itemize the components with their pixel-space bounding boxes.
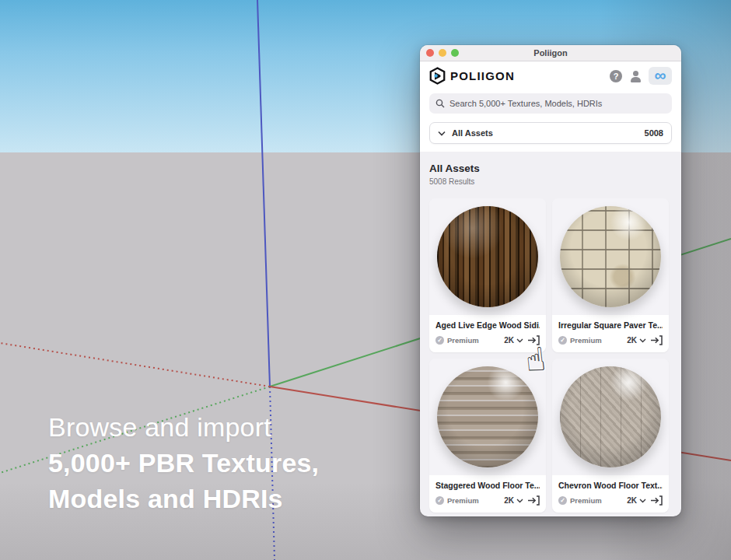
resolution-value: 2K [627, 496, 637, 505]
app-header: POLIIGON ? ∞ [420, 61, 681, 90]
resolution-value: 2K [504, 496, 514, 505]
account-icon-head [633, 71, 638, 76]
account-icon[interactable] [629, 70, 642, 82]
asset-count: 5008 [645, 128, 663, 138]
import-button[interactable] [650, 335, 663, 345]
asset-card-chevron-wood-floor[interactable]: Chevron Wood Floor Text... ✓ Premium 2K [552, 359, 669, 513]
import-button[interactable] [650, 495, 663, 506]
search-box[interactable] [429, 93, 672, 114]
asset-title: Staggered Wood Floor Te... [435, 481, 540, 490]
texture-sphere-preview [560, 206, 661, 307]
premium-check-icon: ✓ [558, 496, 567, 505]
tagline-line-3: Models and HDRIs [48, 481, 319, 516]
section-title: All Assets [429, 163, 672, 174]
premium-label: Premium [570, 496, 602, 505]
tagline-line-1: Browse and import [48, 409, 319, 445]
premium-label: Premium [447, 336, 479, 345]
texture-sphere-preview [437, 206, 538, 307]
texture-sphere-preview [560, 366, 661, 467]
chevron-down-icon [438, 131, 446, 136]
chevron-down-icon [639, 499, 646, 503]
poliigon-plugin-window: Poliigon POLIIGON ? ∞ [420, 45, 681, 516]
import-button[interactable] [527, 495, 540, 506]
pointer-hand-cursor: ☝ [524, 340, 548, 380]
chevron-down-icon [516, 499, 523, 503]
resolution-dropdown[interactable]: 2K [504, 496, 523, 505]
marketing-tagline: Browse and import 5,000+ PBR Textures, M… [48, 409, 319, 516]
resolution-dropdown[interactable]: 2K [627, 496, 646, 505]
window-title: Poliigon [420, 48, 681, 58]
premium-tier: ✓ Premium [558, 336, 602, 345]
filter-row: All Assets 5008 [420, 118, 681, 152]
asset-title: Aged Live Edge Wood Sidi... [435, 320, 540, 330]
tagline-line-2: 5,000+ PBR Textures, [48, 445, 319, 481]
premium-tier: ✓ Premium [558, 496, 602, 505]
viewport: Browse and import 5,000+ PBR Textures, M… [0, 0, 731, 560]
results-count: 5008 Results [429, 177, 672, 186]
premium-tier: ✓ Premium [435, 496, 479, 505]
search-row [420, 90, 681, 118]
premium-check-icon: ✓ [558, 336, 567, 345]
texture-sphere-preview [437, 366, 538, 467]
unlimited-plan-chip[interactable]: ∞ [649, 67, 672, 85]
asset-title: Chevron Wood Floor Text... [558, 481, 663, 490]
asset-thumbnail[interactable] [429, 198, 546, 315]
asset-card-staggered-wood-floor[interactable]: Staggered Wood Floor Te... ✓ Premium 2K [429, 359, 546, 513]
x-axis-dotted-line [0, 343, 270, 387]
search-icon [435, 99, 445, 108]
help-icon[interactable]: ? [610, 70, 622, 82]
chevron-down-icon [639, 338, 646, 343]
search-input[interactable] [449, 99, 666, 108]
account-icon-body [631, 77, 641, 82]
resolution-value: 2K [504, 336, 514, 345]
premium-check-icon: ✓ [435, 496, 444, 505]
asset-title: Irregular Square Paver Te... [558, 320, 663, 330]
resolution-value: 2K [627, 336, 637, 345]
resolution-dropdown[interactable]: 2K [504, 336, 523, 345]
premium-check-icon: ✓ [435, 336, 444, 345]
import-arrow-icon [650, 495, 663, 506]
import-arrow-icon [527, 495, 540, 506]
asset-card-irregular-square-paver[interactable]: Irregular Square Paver Te... ✓ Premium 2… [552, 198, 669, 352]
poliigon-logo: POLIIGON [429, 67, 515, 85]
results-panel: All Assets 5008 Results Aged Live Edge W… [420, 152, 681, 513]
z-axis-solid-line [257, 0, 270, 387]
asset-thumbnail[interactable] [552, 198, 669, 315]
asset-type-label: All Assets [452, 128, 493, 138]
premium-label: Premium [570, 336, 602, 345]
premium-label: Premium [447, 496, 479, 505]
infinity-icon: ∞ [655, 67, 666, 83]
premium-tier: ✓ Premium [435, 336, 479, 345]
brand-name: POLIIGON [450, 69, 515, 82]
window-titlebar[interactable]: Poliigon [420, 45, 681, 61]
import-arrow-icon [650, 335, 663, 345]
asset-card-aged-live-edge-wood-siding[interactable]: Aged Live Edge Wood Sidi... ✓ Premium 2K [429, 198, 546, 352]
asset-type-dropdown[interactable]: All Assets 5008 [429, 122, 672, 144]
asset-thumbnail[interactable] [552, 359, 669, 475]
asset-grid: Aged Live Edge Wood Sidi... ✓ Premium 2K [429, 198, 672, 513]
poliigon-hexagon-icon [429, 67, 446, 85]
chevron-down-icon [516, 338, 523, 343]
resolution-dropdown[interactable]: 2K [627, 336, 646, 345]
